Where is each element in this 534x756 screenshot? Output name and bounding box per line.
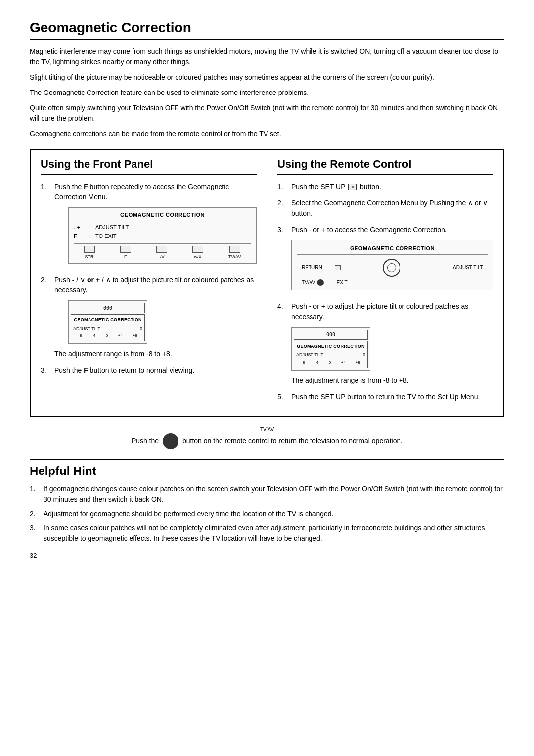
intro-p3: The Geomagnetic Correction feature can b… [30, 88, 504, 98]
screen-diagram-remote: 000 GEOMAGNETIC CORRECTION ADJUST TILT 0… [291, 327, 370, 371]
hint-2-text: Adjustment for geomagnetic should be per… [44, 509, 504, 519]
menu-val-1: ADJUST TILT [95, 223, 129, 232]
intro-section: Magnetic interference may come from such… [30, 47, 504, 139]
remote-step2-text: Select the Geomagnetic Correction Menu b… [291, 199, 488, 217]
screen-main-front: GEOMAGNETIC CORRECTION ADJUST TILT 0 -8 … [71, 314, 145, 341]
menu-row-1: - + : ADJUST TILT [74, 223, 251, 232]
front-panel-step-3: Push the F button to return to normal vi… [41, 365, 257, 376]
screen-diagram-front: 000 GEOMAGNETIC CORRECTION ADJUST TILT 0… [68, 300, 147, 344]
remote-step3-text: Push - or + to access the Geomagnetic Co… [291, 226, 447, 234]
screen-bottom-row: -8 -4 0 +4 +8 [73, 333, 142, 339]
diag-body: RETURN —— —— ADJUST T LT [297, 259, 488, 277]
push-the-text: Push the [132, 437, 159, 445]
remote-step-5: Push the SET UP button to return the TV … [277, 392, 493, 402]
screen-main-title-remote: GEOMAGNETIC CORRECTION [296, 343, 365, 351]
remote-steps: Push the SET UP ≡ button. Select the Geo… [277, 182, 493, 402]
btn-str: STR [84, 246, 95, 261]
screen-row-adjust: ADJUST TILT 0 [73, 326, 142, 332]
diag-title: GEOMAGNETIC CORRECTION [297, 244, 488, 255]
page-number: 32 [30, 552, 504, 559]
front-panel-step-2: Push - / ∨ or + / ∧ to adjust the pictur… [41, 275, 257, 359]
btn-f: F [120, 246, 131, 261]
helpful-hint-section: Helpful Hint If geomagnetic changes caus… [30, 459, 504, 544]
screen-row-adjust-remote: ADJUST TILT 0 [296, 352, 365, 359]
page-title: Geomagnetic Correction [30, 20, 504, 40]
nav-circle [383, 259, 400, 277]
menu-diagram-title: GEOMAGNETIC CORRECTION [74, 211, 251, 221]
remote-control-column: Using the Remote Control Push the SET UP… [267, 150, 503, 416]
footer-section: TV/AV Push the button on the remote cont… [30, 427, 504, 449]
screen-top-remote: 000 [294, 330, 368, 340]
hint-item-1: If geomagnetic changes cause colour patc… [30, 484, 504, 505]
remote-step-3: Push - or + to access the Geomagnetic Co… [277, 225, 493, 295]
step2-text: Push - / ∨ or + / ∧ to adjust the pictur… [54, 276, 254, 294]
remote-control-title: Using the Remote Control [277, 158, 493, 175]
btn-minus-v: -/V [156, 246, 167, 261]
step1-text: Push the F button repeatedly to access t… [54, 183, 229, 201]
menu-row-2: F : TO EXIT [74, 232, 251, 240]
hint-list: If geomagnetic changes cause colour patc… [30, 484, 504, 544]
helpful-hint-title: Helpful Hint [30, 464, 504, 478]
intro-p2: Slight tilting of the picture may be not… [30, 72, 504, 83]
intro-p1: Magnetic interference may come from such… [30, 47, 504, 67]
diag-center [383, 259, 400, 277]
intro-p4: Quite often simply switching your Televi… [30, 103, 504, 124]
hint-item-3: In some cases colour patches will not be… [30, 523, 504, 544]
diag-right: —— ADJUST T LT [442, 263, 483, 272]
screen-main-remote: GEOMAGNETIC CORRECTION ADJUST TILT 0 -8 … [294, 341, 368, 368]
btn-tvav: TV/AV [228, 246, 241, 261]
diag-bottom: TV/AV —— EX T [297, 279, 488, 286]
menu-val-2: TO EXIT [95, 232, 117, 240]
remote-step-2: Select the Geomagnetic Correction Menu b… [277, 198, 493, 219]
geo-correction-remote-diagram: GEOMAGNETIC CORRECTION RETURN —— [291, 240, 493, 290]
screen-bottom-row-remote: -8 -4 0 +4 +8 [296, 360, 365, 366]
hint-3-text: In some cases colour patches will not be… [44, 523, 504, 544]
hint-1-text: If geomagnetic changes cause colour patc… [44, 484, 504, 505]
ex-t-label: EX T [337, 280, 348, 285]
tvav-circle-button [163, 433, 178, 449]
hint-item-2: Adjustment for geomagnetic should be per… [30, 509, 504, 519]
adjust-tlt-label: ADJUST T LT [453, 265, 483, 270]
menu-key-1: - + [74, 223, 89, 232]
screen-top-value: 000 [71, 303, 145, 313]
tvav-small-label: TV/AV [30, 427, 504, 432]
intro-p5: Geomagnetic corrections can be made from… [30, 129, 504, 139]
diag-left: RETURN —— [302, 264, 341, 271]
step3-text: Push the F button to return to normal vi… [54, 366, 194, 374]
remote-step1-text: Push the SET UP ≡ button. [291, 183, 381, 190]
geo-correction-menu-diagram: GEOMAGNETIC CORRECTION - + : ADJUST TILT… [68, 207, 257, 264]
remote-step-4: Push - or + to adjust the picture tilt o… [277, 301, 493, 386]
front-panel-column: Using the Front Panel Push the F button … [31, 150, 267, 416]
front-panel-step-1: Push the F button repeatedly to access t… [41, 182, 257, 269]
front-panel-title: Using the Front Panel [41, 158, 257, 175]
remote-step4-text: Push - or + to adjust the picture tilt o… [291, 302, 468, 321]
front-panel-steps: Push the F button repeatedly to access t… [41, 182, 257, 376]
front-panel-buttons-row: STR F -/V w [74, 243, 251, 261]
adj-range-front: The adjustment range is from -8 to +8. [54, 349, 257, 359]
footer-suffix: button on the remote control to return t… [182, 437, 402, 445]
adj-range-remote: The adjustment range is from -8 to +8. [291, 376, 493, 386]
setup-icon: ≡ [348, 184, 357, 190]
remote-step5-text: Push the SET UP button to return the TV … [291, 393, 480, 401]
menu-key-2: F [74, 232, 89, 240]
screen-main-title: GEOMAGNETIC CORRECTION [73, 317, 142, 324]
two-column-section: Using the Front Panel Push the F button … [30, 149, 504, 417]
remote-step-1: Push the SET UP ≡ button. [277, 182, 493, 192]
btn-plus-x: w/X [192, 246, 203, 261]
